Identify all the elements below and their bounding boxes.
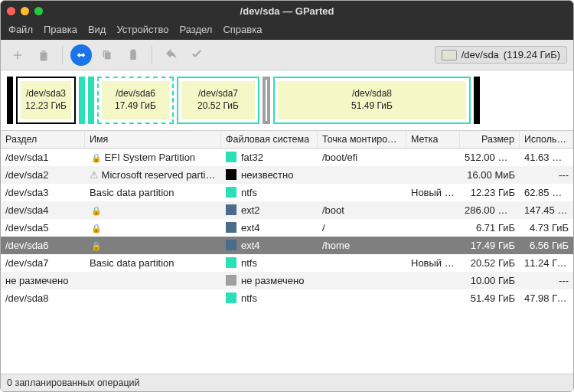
cell-used: 41.63 МиБ [520,149,573,166]
cell-filesystem: ext2 [221,201,318,219]
table-row[interactable]: /dev/sda5 🔒 ext4/6.71 ГиБ4.73 ГиБ [1,219,573,237]
cell-filesystem: неизвестно [221,166,318,184]
undo-button [160,44,181,66]
cell-partition: /dev/sda6 [1,237,85,254]
col-used[interactable]: Использовано [520,131,573,148]
cell-used: 11.24 ГиБ [520,254,573,272]
cell-filesystem: ntfs [221,289,318,307]
cell-label [406,296,460,302]
viz-bar-sda8[interactable]: /dev/sda851.49 ГиБ [273,77,471,124]
window-title: /dev/sda — GParted [1,5,573,17]
viz-bar-sda2[interactable] [474,77,480,124]
cell-label [406,207,460,214]
cell-partition: /dev/sda5 [1,219,85,237]
table-row[interactable]: /dev/sda6 🔒 ext4/home17.49 ГиБ6.56 ГиБ [1,237,573,254]
fs-color-swatch [226,152,236,162]
viz-bar-sda4[interactable] [79,77,85,124]
cell-mount: / [318,219,406,237]
cell-filesystem: не размечено [221,272,318,289]
cell-partition: /dev/sda2 [1,166,85,184]
cell-partition: /dev/sda8 [1,289,85,307]
menu-file[interactable]: Файл [8,24,33,35]
apply-button [186,44,207,66]
cell-mount [318,296,406,302]
cell-mount: /boot [318,201,406,219]
device-selector[interactable]: /dev/sda (119.24 ГиБ) [435,46,567,64]
cell-mount: /boot/efi [318,149,406,166]
viz-bar-unalloc[interactable] [263,77,270,124]
cell-used: 47.98 ГиБ [520,289,573,307]
cell-label [406,278,460,284]
cell-partition: /dev/sda7 [1,254,85,272]
col-filesystem[interactable]: Файловая система [221,131,318,148]
cell-filesystem: ext4 [221,219,318,237]
col-partition[interactable]: Раздел [1,131,85,148]
viz-bar-sda7[interactable]: /dev/sda720.52 ГиБ [177,77,259,124]
lock-icon: 🔒 [91,206,102,215]
viz-bar-sda1[interactable] [7,77,13,124]
fs-color-swatch [226,292,236,303]
table-row[interactable]: не размечено не размечено10.00 ГиБ--- [1,272,573,289]
table-row[interactable]: /dev/sda3 Basic data partitionntfsНовый … [1,184,573,201]
cell-name: Basic data partition [85,254,221,272]
col-name[interactable]: Имя [85,131,221,148]
cell-used: 4.73 ГиБ [520,219,573,237]
col-size[interactable]: Размер [460,131,520,148]
cell-label [406,225,460,231]
cell-label [406,155,460,161]
menu-help[interactable]: Справка [223,24,262,35]
viz-bar-sda6[interactable]: /dev/sda617.49 ГиБ [97,77,174,124]
cell-size: 12.23 ГиБ [460,184,520,201]
cell-name: 🔒 [85,237,221,254]
cell-filesystem: ntfs [221,184,318,201]
viz-bar-sda3[interactable]: /dev/sda312.23 ГиБ [16,77,76,124]
minimize-icon[interactable] [21,7,29,15]
cell-used: 62.85 МиБ [520,184,573,201]
table-row[interactable]: /dev/sda8 ntfs51.49 ГиБ47.98 ГиБ [1,289,573,307]
cell-filesystem: ntfs [221,254,318,272]
menubar: Файл Правка Вид Устройство Раздел Справк… [1,21,573,40]
table-row[interactable]: /dev/sda1 🔒 EFI System Partitionfat32/bo… [1,149,573,166]
fs-color-swatch [226,257,236,268]
fs-color-swatch [226,187,236,198]
titlebar: /dev/sda — GParted [1,1,573,21]
cell-size: 286.00 МиБ [460,201,520,219]
cell-name [85,278,221,284]
cell-name [85,296,221,302]
cell-partition: /dev/sda3 [1,184,85,201]
cell-mount [318,278,406,284]
separator [62,46,63,64]
table-row[interactable]: /dev/sda2 ⚠ Microsoft reserved partition… [1,166,573,184]
cell-partition: не размечено [1,272,85,289]
col-mountpoint[interactable]: Точка монтирования [318,131,406,148]
col-label[interactable]: Метка [406,131,460,148]
menu-device[interactable]: Устройство [116,24,168,35]
cell-size: 6.71 ГиБ [460,219,520,237]
cell-used: 6.56 ГиБ [520,237,573,254]
viz-bar-sda5[interactable] [88,77,94,124]
fs-color-swatch [226,204,236,215]
table-row[interactable]: /dev/sda4 🔒 ext2/boot286.00 МиБ147.45 Ми… [1,201,573,219]
cell-name: ⚠ Microsoft reserved partition [85,166,221,184]
partition-visualization[interactable]: /dev/sda312.23 ГиБ/dev/sda617.49 ГиБ/dev… [1,70,573,130]
cell-partition: /dev/sda1 [1,149,85,166]
menu-edit[interactable]: Правка [44,24,77,35]
menu-view[interactable]: Вид [88,24,106,35]
cell-filesystem: fat32 [221,149,318,166]
cell-label: Новый том [406,254,460,272]
delete-button [33,44,54,66]
cell-label: Новый том [406,184,460,201]
resize-move-button[interactable] [70,44,92,66]
table-row[interactable]: /dev/sda7 Basic data partitionntfsНовый … [1,254,573,272]
fs-color-swatch [226,240,236,250]
close-icon[interactable] [7,7,15,15]
cell-name: 🔒 EFI System Partition [85,149,221,166]
maximize-icon[interactable] [34,7,43,15]
fs-color-swatch [226,275,236,286]
cell-label [406,243,460,249]
lock-icon: 🔒 [91,153,102,162]
menu-partition[interactable]: Раздел [179,24,212,35]
cell-mount [318,260,406,266]
cell-size: 16.00 МиБ [460,166,520,184]
cell-mount [318,172,406,178]
